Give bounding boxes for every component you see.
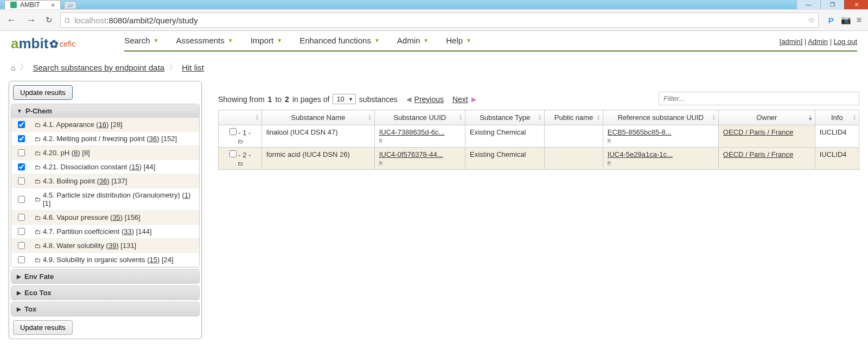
title-bar: AMBIT × ▱ — ❐ ✕ bbox=[0, 0, 868, 9]
owner-cell[interactable]: OECD / Paris / France bbox=[718, 125, 815, 148]
page-icon: 🗋 bbox=[64, 16, 71, 24]
endpoint-checkbox[interactable] bbox=[18, 121, 25, 128]
endpoint-row[interactable]: 🗀4.2. Melting point / freezing point (36… bbox=[11, 132, 199, 146]
menu-enhanced[interactable]: Enhanced functions▼ bbox=[299, 36, 380, 45]
col-substance-name[interactable]: Substance Name▲▼ bbox=[262, 110, 375, 125]
menu-admin[interactable]: Admin▼ bbox=[397, 36, 429, 45]
url-bar[interactable]: 🗋 localhost:8080/ambit2/query/study ☆ bbox=[60, 12, 819, 28]
endpoint-checkbox[interactable] bbox=[18, 149, 25, 156]
admin-link[interactable]: Admin bbox=[808, 37, 828, 46]
substance-uuid-cell: IUC4-7388635d-6c...⎘ bbox=[374, 125, 465, 148]
menu-assessments[interactable]: Assessments▼ bbox=[176, 36, 233, 45]
folder-icon: 🗀 bbox=[35, 136, 41, 142]
filter-box bbox=[659, 92, 859, 105]
menu-help[interactable]: Help▼ bbox=[446, 36, 471, 45]
endpoint-checkbox[interactable] bbox=[18, 228, 25, 235]
row-checkbox[interactable] bbox=[229, 150, 237, 157]
endpoint-row[interactable]: 🗀4.21. Dissociation constant (15) [44] bbox=[11, 160, 199, 174]
bookmark-icon[interactable]: ☆ bbox=[808, 15, 815, 25]
reload-button[interactable]: ↻ bbox=[43, 13, 55, 27]
window-maximize-button[interactable]: ❐ bbox=[820, 0, 844, 9]
copy-icon[interactable]: ⎘ bbox=[379, 160, 461, 166]
endpoint-checkbox[interactable] bbox=[18, 196, 25, 203]
col-owner[interactable]: Owner▲▼ bbox=[718, 110, 815, 125]
logo: ambit ✿ cefic bbox=[11, 35, 75, 52]
forward-button[interactable]: → bbox=[24, 12, 38, 28]
tab-close-icon[interactable]: × bbox=[51, 1, 55, 9]
browser-tab[interactable]: AMBIT × bbox=[4, 0, 61, 9]
col-substance-uuid[interactable]: Substance UUID▲▼ bbox=[374, 110, 465, 125]
new-tab-button[interactable]: ▱ bbox=[64, 1, 76, 9]
extension-camera-icon[interactable]: 📷 bbox=[841, 15, 851, 25]
accordion-header-pchem[interactable]: ▼ P-Chem bbox=[11, 104, 199, 118]
endpoint-row[interactable]: 🗀4.1. Appearance (16) [28] bbox=[11, 118, 199, 132]
col-checkbox[interactable]: ▲▼ bbox=[219, 110, 262, 125]
tab-strip: AMBIT × ▱ bbox=[0, 0, 76, 9]
breadcrumb-search[interactable]: Search substances by endpoint data bbox=[33, 63, 164, 72]
endpoint-row[interactable]: 🗀4.9. Solubility in organic solvents (15… bbox=[11, 253, 199, 267]
copy-icon[interactable]: ⎘ bbox=[608, 138, 714, 144]
window-minimize-button[interactable]: — bbox=[796, 0, 820, 9]
extension-p-icon[interactable]: P bbox=[826, 15, 836, 25]
endpoint-row[interactable]: 🗀4.6. Vapour pressure (35) [156] bbox=[11, 211, 199, 225]
uuid-link[interactable]: ECB5-8565bc85-8... bbox=[608, 128, 672, 136]
breadcrumb-hitlist[interactable]: Hit list bbox=[182, 63, 204, 72]
endpoint-checkbox[interactable] bbox=[18, 242, 25, 249]
substance-name-cell: formic acid (IUC4 DSN 26) bbox=[262, 148, 375, 170]
prev-arrow-icon[interactable]: ◀ bbox=[406, 96, 411, 103]
endpoint-label: 4.1. Appearance (16) [28] bbox=[43, 120, 123, 129]
chrome-menu-icon[interactable]: ≡ bbox=[857, 15, 861, 25]
window-close-button[interactable]: ✕ bbox=[844, 0, 868, 9]
menu-search[interactable]: Search▼ bbox=[124, 36, 158, 45]
chevron-down-icon: ▼ bbox=[374, 37, 380, 43]
folder-icon: 🗀 bbox=[35, 196, 41, 202]
accordion-header-ecotox[interactable]: ▶ Eco Tox bbox=[11, 286, 199, 300]
endpoint-row[interactable]: 🗀4.3. Boiling point (36) [137] bbox=[11, 174, 199, 188]
row-checkbox[interactable] bbox=[229, 128, 237, 135]
endpoint-row[interactable]: 🗀4.20. pH (8) [8] bbox=[11, 146, 199, 160]
next-link[interactable]: Next bbox=[452, 95, 468, 104]
sidebar: Update results ▼ P-Chem 🗀4.1. Appearance… bbox=[9, 81, 202, 339]
col-substance-type[interactable]: Substance Type▲▼ bbox=[465, 110, 545, 125]
update-results-button-top[interactable]: Update results bbox=[13, 85, 73, 100]
endpoint-checkbox[interactable] bbox=[18, 135, 25, 142]
endpoint-checkbox[interactable] bbox=[18, 163, 25, 170]
user-link[interactable]: [admin] bbox=[780, 37, 803, 46]
col-public-name[interactable]: Public name▲▼ bbox=[545, 110, 603, 125]
clipboard-icon[interactable]: 🗀 bbox=[223, 161, 257, 167]
info-cell: IUCLID4 bbox=[815, 125, 859, 148]
next-arrow-icon[interactable]: ▶ bbox=[471, 96, 476, 103]
filter-input[interactable] bbox=[659, 92, 859, 105]
uuid-link[interactable]: IUC4-5e29a1ca-1c... bbox=[608, 150, 673, 158]
home-icon[interactable]: ⌂ bbox=[11, 63, 15, 72]
uuid-link[interactable]: IUC4-0f576378-44... bbox=[379, 150, 443, 158]
copy-icon[interactable]: ⎘ bbox=[379, 138, 461, 144]
previous-link[interactable]: Previous bbox=[414, 95, 444, 104]
back-button[interactable]: ← bbox=[4, 12, 18, 28]
table-row: - 2 -🗀formic acid (IUC4 DSN 26)IUC4-0f57… bbox=[219, 148, 859, 170]
page-size-select[interactable]: 10▼ bbox=[333, 94, 355, 104]
endpoint-checkbox[interactable] bbox=[18, 177, 25, 185]
endpoint-row[interactable]: 🗀4.8. Water solubility (39) [131] bbox=[11, 239, 199, 253]
copy-icon[interactable]: ⎘ bbox=[608, 160, 714, 166]
endpoint-row[interactable]: 🗀4.7. Partition coeffcicient (33) [144] bbox=[11, 225, 199, 239]
col-ref-uuid[interactable]: Reference substance UUID▲▼ bbox=[603, 110, 718, 125]
menu-import[interactable]: Import▼ bbox=[251, 36, 282, 45]
accordion-header-envfate[interactable]: ▶ Env Fate bbox=[11, 270, 199, 283]
main-menu: Search▼ Assessments▼ Import▼ Enhanced fu… bbox=[124, 36, 857, 52]
endpoint-checkbox[interactable] bbox=[18, 256, 25, 263]
uuid-link[interactable]: IUC4-7388635d-6c... bbox=[379, 128, 445, 136]
pchem-list[interactable]: 🗀4.1. Appearance (16) [28]🗀4.2. Melting … bbox=[11, 118, 199, 267]
col-info[interactable]: Info▲▼ bbox=[815, 110, 859, 125]
accordion-ecotox: ▶ Eco Tox bbox=[11, 285, 200, 300]
logout-link[interactable]: Log out bbox=[834, 37, 857, 46]
clipboard-icon[interactable]: 🗀 bbox=[223, 138, 257, 144]
accordion-header-tox[interactable]: ▶ Tox bbox=[11, 302, 199, 316]
endpoint-row[interactable]: 🗀4.5. Particle size distribution (Granul… bbox=[11, 188, 199, 211]
update-results-button-bottom[interactable]: Update results bbox=[13, 320, 73, 335]
caret-right-icon: ▶ bbox=[17, 274, 21, 280]
caret-down-icon: ▼ bbox=[17, 108, 22, 114]
endpoint-checkbox[interactable] bbox=[18, 214, 25, 221]
results-table: ▲▼ Substance Name▲▼ Substance UUID▲▼ Sub… bbox=[218, 110, 859, 170]
owner-cell[interactable]: OECD / Paris / France bbox=[718, 148, 815, 170]
